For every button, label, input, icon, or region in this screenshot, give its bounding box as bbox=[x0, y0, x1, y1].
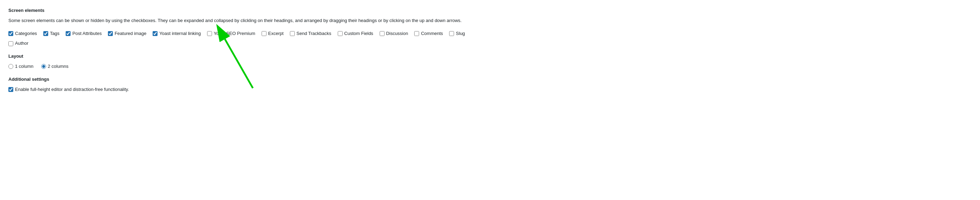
layout-radio-row: 1 column 2 columns bbox=[8, 63, 972, 70]
enable-editor-label[interactable]: Enable full-height editor and distractio… bbox=[15, 86, 129, 93]
author-label[interactable]: Author bbox=[15, 40, 28, 47]
layout-section: Layout 1 column 2 columns bbox=[8, 53, 972, 70]
layout-1col-label[interactable]: 1 column bbox=[15, 63, 33, 70]
checkbox-item-excerpt: Excerpt bbox=[262, 30, 283, 37]
categories-checkbox[interactable] bbox=[8, 31, 13, 36]
checkbox-item-send-trackbacks: Send Trackbacks bbox=[290, 30, 331, 37]
checkbox-item-slug: Slug bbox=[449, 30, 465, 37]
checkbox-item-featured-image: Featured image bbox=[108, 30, 146, 37]
yoast-seo-premium-label[interactable]: Yoast SEO Premium bbox=[214, 30, 255, 37]
enable-editor-row: Enable full-height editor and distractio… bbox=[8, 86, 972, 93]
screen-elements-title: Screen elements bbox=[8, 7, 972, 14]
excerpt-checkbox[interactable] bbox=[262, 31, 266, 36]
featured-image-label[interactable]: Featured image bbox=[115, 30, 146, 37]
discussion-label[interactable]: Discussion bbox=[386, 30, 408, 37]
checkbox-item-custom-fields: Custom Fields bbox=[338, 30, 373, 37]
yoast-internal-checkbox[interactable] bbox=[153, 31, 158, 36]
comments-label[interactable]: Comments bbox=[421, 30, 443, 37]
layout-2col-label[interactable]: 2 columns bbox=[48, 63, 68, 70]
slug-label[interactable]: Slug bbox=[456, 30, 465, 37]
enable-editor-checkbox[interactable] bbox=[8, 87, 13, 92]
layout-2col-item: 2 columns bbox=[41, 63, 68, 70]
checkbox-item-discussion: Discussion bbox=[380, 30, 408, 37]
checkbox-item-comments: Comments bbox=[414, 30, 443, 37]
custom-fields-checkbox[interactable] bbox=[338, 31, 343, 36]
layout-1col-item: 1 column bbox=[8, 63, 33, 70]
checkbox-item-tags: Tags bbox=[43, 30, 59, 37]
checkbox-item-yoast-seo-premium: Yoast SEO Premium bbox=[207, 30, 255, 37]
layout-title: Layout bbox=[8, 53, 972, 60]
slug-checkbox[interactable] bbox=[449, 31, 454, 36]
checkboxes-row-2: Author bbox=[8, 40, 972, 47]
excerpt-label[interactable]: Excerpt bbox=[268, 30, 283, 37]
additional-settings-title: Additional settings bbox=[8, 76, 972, 83]
screen-elements-section: Screen elements Some screen elements can… bbox=[8, 7, 972, 47]
additional-settings-section: Additional settings Enable full-height e… bbox=[8, 76, 972, 93]
custom-fields-label[interactable]: Custom Fields bbox=[344, 30, 373, 37]
layout-2col-radio[interactable] bbox=[41, 64, 46, 69]
comments-checkbox[interactable] bbox=[414, 31, 419, 36]
checkbox-item-yoast-internal: Yoast internal linking bbox=[153, 30, 201, 37]
checkboxes-row-1: Categories Tags Post Attributes Featured… bbox=[8, 30, 972, 37]
checkbox-item-author: Author bbox=[8, 40, 28, 47]
screen-elements-description: Some screen elements can be shown or hid… bbox=[8, 17, 972, 24]
yoast-internal-label[interactable]: Yoast internal linking bbox=[159, 30, 201, 37]
yoast-seo-premium-checkbox[interactable] bbox=[207, 31, 212, 36]
send-trackbacks-checkbox[interactable] bbox=[290, 31, 295, 36]
discussion-checkbox[interactable] bbox=[380, 31, 385, 36]
checkbox-item-post-attributes: Post Attributes bbox=[66, 30, 102, 37]
post-attributes-checkbox[interactable] bbox=[66, 31, 70, 36]
categories-label[interactable]: Categories bbox=[15, 30, 37, 37]
tags-checkbox[interactable] bbox=[43, 31, 48, 36]
layout-1col-radio[interactable] bbox=[8, 64, 13, 69]
post-attributes-label[interactable]: Post Attributes bbox=[72, 30, 102, 37]
checkbox-item-categories: Categories bbox=[8, 30, 37, 37]
tags-label[interactable]: Tags bbox=[50, 30, 59, 37]
featured-image-checkbox[interactable] bbox=[108, 31, 113, 36]
send-trackbacks-label[interactable]: Send Trackbacks bbox=[296, 30, 331, 37]
author-checkbox[interactable] bbox=[8, 41, 13, 46]
